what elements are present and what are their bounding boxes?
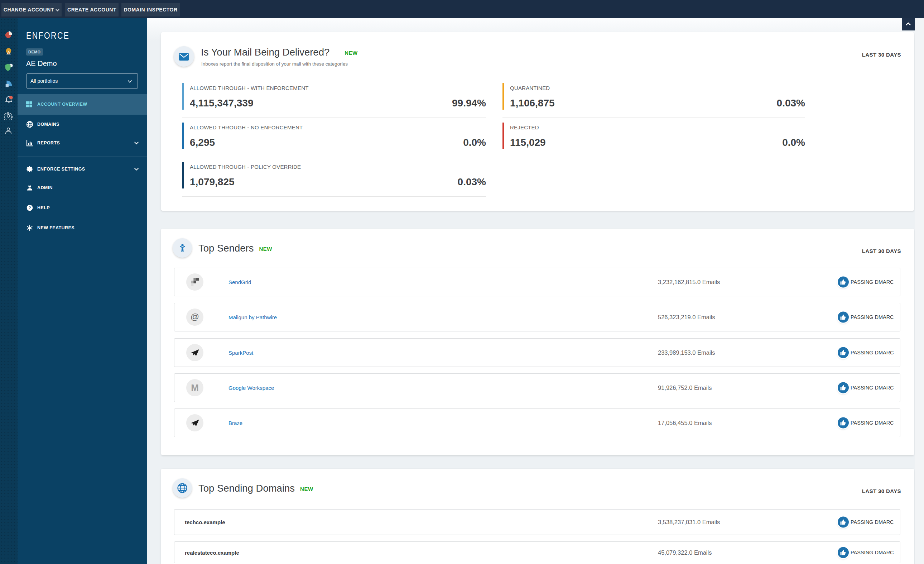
- svg-text:?: ?: [28, 206, 31, 210]
